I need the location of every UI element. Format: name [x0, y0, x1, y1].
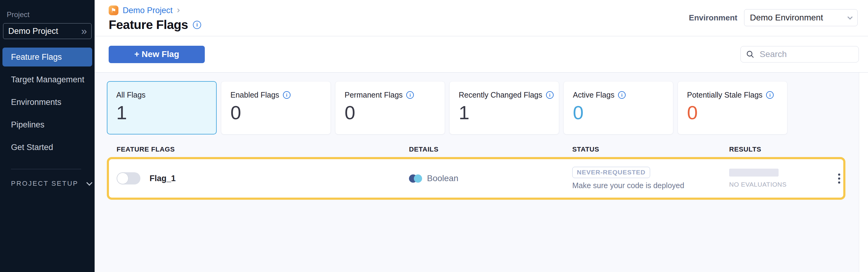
environment-select[interactable]: Demo Environment	[744, 9, 858, 26]
status-badge: NEVER-REQUESTED	[572, 167, 650, 178]
flag-type-label: Boolean	[427, 173, 458, 183]
status-text: Make sure your code is deployed	[572, 181, 684, 190]
environment-label: Environment	[689, 13, 737, 23]
main-area: Demo Project › Feature Flags Environment…	[95, 0, 868, 272]
stat-card-label: Potentially Stale Flags	[687, 91, 763, 99]
stat-card-value: 0	[687, 103, 787, 122]
flag-name[interactable]: Flag_1	[150, 174, 176, 183]
new-flag-button[interactable]: + New Flag	[108, 46, 205, 63]
sidebar-item-pipelines[interactable]: Pipelines	[2, 115, 92, 134]
page-header: Demo Project › Feature Flags Environment…	[95, 0, 868, 36]
flag-cell: Flag_1	[117, 172, 409, 184]
stat-cards: All Flags 1 Enabled Flags 0 Permanent Fl…	[107, 81, 868, 134]
info-icon[interactable]	[283, 91, 290, 99]
stat-card-label: Permanent Flags	[345, 91, 403, 99]
chevron-down-icon	[847, 14, 853, 20]
stat-card-label: Enabled Flags	[230, 91, 279, 99]
stat-card-permanent-flags[interactable]: Permanent Flags 0	[335, 81, 445, 134]
details-cell: Boolean	[409, 173, 572, 183]
chevron-down-icon	[86, 180, 92, 186]
stat-card-label: All Flags	[116, 91, 146, 99]
breadcrumb: Demo Project ›	[108, 5, 201, 16]
info-icon[interactable]	[406, 91, 414, 99]
info-icon[interactable]	[546, 91, 554, 99]
results-text: NO EVALUATIONS	[729, 181, 786, 188]
info-icon[interactable]	[193, 21, 201, 29]
title-row: Feature Flags	[108, 18, 201, 32]
header-left: Demo Project › Feature Flags	[108, 0, 201, 36]
sidebar-item-feature-flags[interactable]: Feature Flags	[2, 47, 92, 66]
sidebar-item-label: Feature Flags	[11, 53, 62, 62]
column-header-results: RESULTS	[729, 145, 835, 154]
project-label: Project	[7, 10, 95, 19]
row-options-kebab-icon[interactable]	[836, 171, 843, 186]
sidebar-item-label: Environments	[11, 98, 61, 107]
sidebar-item-label: Target Management	[11, 75, 84, 84]
sidebar-item-label: Pipelines	[11, 120, 44, 130]
results-cell: NO EVALUATIONS	[729, 169, 835, 188]
stat-card-active-flags[interactable]: Active Flags 0	[563, 81, 673, 134]
sidebar-item-environments[interactable]: Environments	[2, 93, 92, 112]
project-selector-value: Demo Project	[8, 27, 58, 36]
breadcrumb-project-link[interactable]: Demo Project	[123, 6, 173, 15]
sidebar-item-target-management[interactable]: Target Management	[2, 70, 92, 89]
stat-card-recently-changed-flags[interactable]: Recently Changed Flags 1	[449, 81, 559, 134]
stat-card-value: 0	[573, 103, 673, 122]
sidebar-item-label: Get Started	[11, 143, 53, 152]
menu-cell	[835, 171, 843, 186]
stat-card-potentially-stale-flags[interactable]: Potentially Stale Flags 0	[678, 81, 787, 134]
boolean-type-icon	[409, 174, 422, 183]
stat-card-value: 1	[116, 103, 216, 122]
search-icon	[746, 50, 755, 59]
column-header-details: DETAILS	[409, 145, 572, 154]
stat-card-value: 1	[459, 103, 559, 122]
info-icon[interactable]	[766, 91, 774, 99]
environment-select-value: Demo Environment	[750, 13, 823, 23]
feature-flags-module-icon	[108, 5, 118, 15]
flag-toggle[interactable]	[117, 172, 141, 184]
page-title: Feature Flags	[108, 18, 188, 32]
environment-picker: Environment Demo Environment	[689, 9, 858, 26]
sidebar: Project Demo Project Feature Flags Targe…	[0, 0, 95, 272]
sidebar-divider	[11, 169, 81, 169]
toolbar: + New Flag	[95, 36, 868, 73]
flag-toggle-knob	[117, 173, 128, 184]
project-setup-section-toggle[interactable]: PROJECT SETUP	[11, 180, 95, 188]
search-input[interactable]	[759, 49, 854, 60]
breadcrumb-separator-icon: ›	[177, 5, 180, 14]
sidebar-item-get-started[interactable]: Get Started	[2, 138, 92, 157]
expand-sidebar-icon[interactable]	[81, 26, 87, 37]
stat-card-label: Active Flags	[573, 91, 614, 99]
project-selector[interactable]: Demo Project	[3, 23, 92, 39]
content-area: All Flags 1 Enabled Flags 0 Permanent Fl…	[95, 73, 868, 272]
stat-card-enabled-flags[interactable]: Enabled Flags 0	[221, 81, 331, 134]
project-setup-label: PROJECT SETUP	[11, 180, 79, 188]
column-header-status: STATUS	[572, 145, 729, 154]
stat-card-all-flags[interactable]: All Flags 1	[107, 81, 217, 134]
column-header-feature-flags: FEATURE FLAGS	[117, 145, 409, 154]
stat-card-label: Recently Changed Flags	[459, 91, 542, 99]
status-cell: NEVER-REQUESTED Make sure your code is d…	[572, 167, 729, 190]
search-box[interactable]	[740, 46, 859, 63]
sidebar-nav: Feature Flags Target Management Environm…	[0, 47, 95, 160]
table-row-flag-1[interactable]: Flag_1 Boolean NEVER-REQUESTED Make sure…	[107, 157, 845, 200]
flags-table-header: FEATURE FLAGS DETAILS STATUS RESULTS	[107, 142, 845, 157]
scrollbar-gutter[interactable]	[859, 73, 868, 272]
results-placeholder-bar	[729, 169, 779, 176]
stat-card-value: 0	[230, 103, 331, 122]
app-root: Project Demo Project Feature Flags Targe…	[0, 0, 868, 272]
stat-card-value: 0	[345, 103, 445, 122]
info-icon[interactable]	[618, 91, 626, 99]
